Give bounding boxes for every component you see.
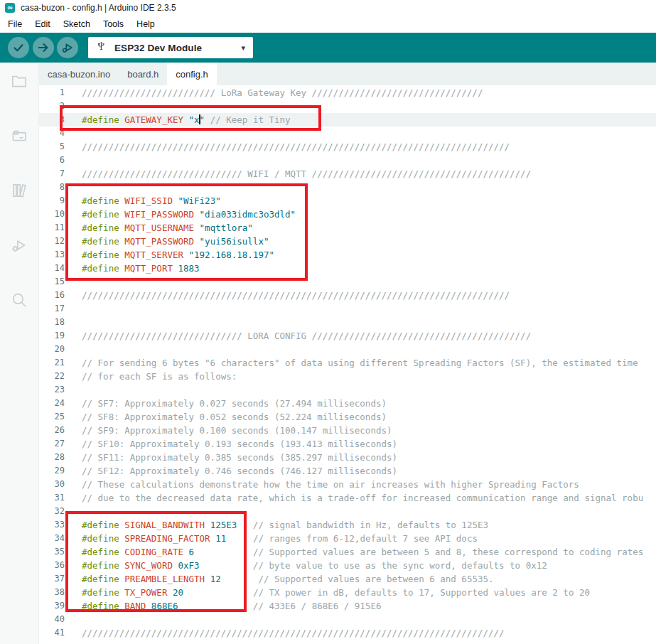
line-number: 2 [39, 100, 65, 113]
code-line[interactable]: 36#define SYNC_WORD 0xF3 // byte value t… [39, 559, 656, 572]
code-line[interactable]: 34#define SPREADING_FACTOR 11 // ranges … [39, 532, 656, 545]
code-line[interactable]: 16//////////////////////////////////////… [39, 289, 656, 302]
arduino-ide-window: ∞ casa-buzon - config.h | Arduino IDE 2.… [0, 0, 656, 644]
line-number: 36 [39, 559, 65, 572]
window-body: casa-buzon.inoboard.hconfig.h 1/////////… [0, 63, 656, 644]
code-content: #define MQTT_PASSWORD "yui56isullx" [82, 235, 269, 248]
code-line[interactable]: 33#define SIGNAL_BANDWITH 125E3 // signa… [39, 518, 656, 532]
code-line[interactable]: 27// SF10: Approximately 0.193 seconds (… [39, 437, 656, 451]
code-content: #define MQTT_PORT 1883 [82, 262, 200, 275]
menu-item-file[interactable]: File [1, 17, 28, 31]
line-number: 12 [39, 235, 65, 248]
verify-button[interactable] [8, 37, 29, 58]
code-content: // These calculations demonstrate how th… [82, 478, 579, 491]
code-line[interactable]: 23 [39, 383, 656, 397]
code-content: ////////////////////////////////////////… [82, 140, 510, 154]
line-number: 39 [39, 599, 65, 613]
code-line[interactable]: 39#define BAND 868E6 // 433E6 / 868E6 / … [39, 599, 656, 613]
line-number: 18 [39, 316, 65, 329]
menu-item-sketch[interactable]: Sketch [57, 17, 97, 31]
sidebar-item-library-manager[interactable] [9, 182, 30, 202]
code-line[interactable]: 15 [39, 275, 656, 289]
code-line[interactable]: 3#define GATEWAY_KEY "x" // Keep it Tiny [39, 113, 656, 127]
selected-board-label: ESP32 Dev Module [114, 43, 202, 53]
code-line[interactable]: 17 [39, 302, 656, 316]
line-number: 14 [39, 262, 65, 275]
tab-casa-buzon-ino[interactable]: casa-buzon.ino [39, 63, 119, 85]
code-line[interactable]: 18 [39, 316, 656, 329]
code-line[interactable]: 22// for each SF is as follows: [39, 370, 656, 383]
line-number: 11 [39, 221, 65, 235]
code-line[interactable]: 14#define MQTT_PORT 1883 [39, 262, 656, 275]
code-line[interactable]: 28// SF11: Approximately 0.385 seconds (… [39, 451, 656, 464]
code-line[interactable]: 25// SF8: Approximately 0.052 seconds (5… [39, 410, 656, 424]
code-content: // SF11: Approximately 0.385 seconds (38… [82, 451, 397, 464]
code-line[interactable]: 13#define MQTT_SERVER "192.168.18.197" [39, 248, 656, 262]
sidebar-item-debug[interactable] [9, 237, 30, 257]
code-line[interactable]: 6 [39, 154, 656, 167]
code-line[interactable]: 5///////////////////////////////////////… [39, 140, 656, 154]
board-selector[interactable]: ESP32 Dev Module ▾ [88, 37, 253, 58]
line-number: 25 [39, 410, 65, 424]
code-line[interactable]: 10#define WIFI_PASSWORD "dia033idmc3o3dl… [39, 208, 656, 221]
debug-panel-icon [10, 236, 28, 257]
line-number: 20 [39, 343, 65, 356]
upload-button[interactable] [33, 37, 54, 58]
code-editor[interactable]: 1///////////////////////// LoRa Gateway … [39, 85, 656, 644]
code-content: // SF9: Approximately 0.100 seconds (100… [82, 424, 392, 437]
code-line[interactable]: 38#define TX_POWER 20 // TX power in dB,… [39, 586, 656, 599]
code-content: // For sending 6 bytes "6 characters" of… [82, 356, 638, 370]
code-line[interactable]: 21// For sending 6 bytes "6 characters" … [39, 356, 656, 370]
line-number: 37 [39, 572, 65, 586]
code-content: #define SIGNAL_BANDWITH 125E3 // signal … [82, 518, 488, 532]
code-line[interactable]: 24// SF7: Approximately 0.027 seconds (2… [39, 397, 656, 410]
code-content: #define GATEWAY_KEY "x" // Keep it Tiny [82, 113, 291, 127]
line-number: 26 [39, 424, 65, 437]
activity-sidebar [0, 63, 39, 644]
sidebar-item-sketchbook[interactable] [9, 73, 30, 92]
chevron-down-icon: ▾ [241, 43, 245, 53]
code-line[interactable]: 26// SF9: Approximately 0.100 seconds (1… [39, 424, 656, 437]
tab-config-h[interactable]: config.h [167, 63, 217, 85]
line-number: 15 [39, 275, 65, 289]
menu-item-tools[interactable]: Tools [97, 17, 130, 31]
line-number: 21 [39, 356, 65, 370]
line-number: 17 [39, 302, 65, 316]
tab-board-h[interactable]: board.h [119, 63, 167, 85]
menu-item-edit[interactable]: Edit [28, 17, 57, 31]
menu-item-help[interactable]: Help [130, 17, 161, 31]
code-line[interactable]: 29// SF12: Approximately 0.746 seconds (… [39, 464, 656, 478]
code-line[interactable]: 37#define PREAMBLE_LENGTH 12 // Supporte… [39, 572, 656, 586]
line-number: 29 [39, 464, 65, 478]
sidebar-item-search[interactable] [9, 291, 30, 311]
line-number: 7 [39, 167, 65, 181]
code-content: #define SYNC_WORD 0xF3 // byte value to … [82, 559, 547, 572]
line-number: 16 [39, 289, 65, 302]
code-line[interactable]: 19////////////////////////////// LORA CO… [39, 329, 656, 343]
code-line[interactable]: 11#define MQTT_USERNAME "mqttlora" [39, 221, 656, 235]
code-line[interactable]: 12#define MQTT_PASSWORD "yui56isullx" [39, 235, 656, 248]
code-line[interactable]: 4 [39, 127, 656, 140]
code-line[interactable]: 40 [39, 613, 656, 626]
line-number: 24 [39, 397, 65, 410]
code-line[interactable]: 8 [39, 181, 656, 194]
code-content: #define WIFI_SSID "WiFi23" [82, 194, 221, 208]
code-content: // due to the decreased data rate, which… [82, 491, 643, 505]
code-line[interactable]: 20 [39, 343, 656, 356]
code-line[interactable]: 41//////////////////////////////////////… [39, 626, 656, 640]
sidebar-item-boards-manager[interactable] [9, 127, 30, 147]
code-line[interactable]: 32 [39, 505, 656, 518]
code-line[interactable]: 9#define WIFI_SSID "WiFi23" [39, 194, 656, 208]
debug-button[interactable] [57, 37, 78, 58]
boards-manager-icon [10, 127, 28, 148]
arduino-logo-icon: ∞ [5, 3, 15, 13]
code-line[interactable]: 7////////////////////////////// WIFI / M… [39, 167, 656, 181]
code-line[interactable]: 30// These calculations demonstrate how … [39, 478, 656, 491]
code-line[interactable]: 1///////////////////////// LoRa Gateway … [39, 86, 656, 100]
line-number: 19 [39, 329, 65, 343]
code-line[interactable]: 31// due to the decreased data rate, whi… [39, 491, 656, 505]
code-line[interactable]: 35#define CODING_RATE 6 // Supported val… [39, 545, 656, 559]
code-line[interactable]: 2 [39, 100, 656, 113]
code-content: ////////////////////////////////////////… [82, 626, 505, 640]
editor-pane: casa-buzon.inoboard.hconfig.h 1/////////… [39, 63, 656, 644]
